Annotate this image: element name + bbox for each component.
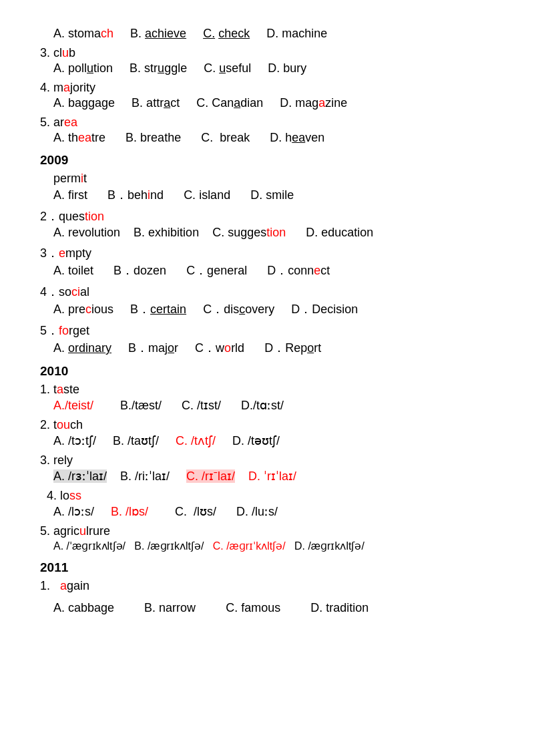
year-2010: 2010 — [40, 364, 494, 379]
answer-row-top: A. stomach B. achieve C. check D. machin… — [40, 27, 494, 41]
q5-agriculture: 5. agriculrure — [40, 524, 494, 538]
answer-row-social: A. precious B．certain C．discovery D．Deci… — [40, 301, 494, 317]
answer-row-rely: A. /rɜːˈlaɪ/ B. /riːˈlaɪ/ C. /rɪˉlaɪ/ D.… — [40, 469, 494, 484]
q3-club: 3. club — [40, 46, 494, 60]
answer-row-forget: A. ordinary B．major C．world D．Report — [40, 340, 494, 356]
q-permit: permit — [40, 172, 494, 186]
option-d: D. machine — [266, 27, 327, 40]
year-2011: 2011 — [40, 560, 494, 575]
answer-row-loss: A. /lɔːs/ B. /lɒs/ C. /lʊs/ D. /luːs/ — [40, 504, 494, 519]
q3-empty: 3．empty — [40, 245, 494, 261]
answer-row-permit: A. first B．behind C. island D. smile — [40, 187, 494, 203]
q1-taste: 1. taste — [40, 383, 494, 397]
answer-row-q5: A. theatre B. breathe C. break D. heaven — [40, 131, 494, 145]
q4-social: 4．social — [40, 284, 494, 300]
answer-row-touch: A. /tɔːtʃ/ B. /taʊtʃ/ C. /tʌtʃ/ D. /təʊt… — [40, 433, 494, 448]
answer-row-q4: A. baggage B. attract C. Canadian D. mag… — [40, 96, 494, 110]
year-2009: 2009 — [40, 153, 494, 168]
option-b: B. achieve — [130, 27, 186, 40]
answer-row-again: A. cabbage B. narrow C. famous D. tradit… — [40, 601, 494, 615]
answer-row-question: A. revolution B. exhibition C. suggestio… — [40, 226, 494, 240]
answer-row-empty: A. toilet B．dozen C．general D．connect — [40, 262, 494, 278]
option-a: A. stomach — [53, 27, 113, 40]
q4-majority: 4. majority — [40, 81, 494, 95]
q5-area: 5. area — [40, 116, 494, 130]
page-content: A. stomach B. achieve C. check D. machin… — [40, 27, 494, 615]
q1-again: 1. again — [40, 579, 494, 593]
q4-loss: 4. loss — [40, 489, 494, 503]
answer-row-taste: A./teist/ B./tæst/ C. /tɪst/ D./tɑːst/ — [40, 398, 494, 413]
answer-row-agriculture: A. /ˈæɡrɪkʌltʃə/ B. /æɡrɪkʌltʃə/ C. /æɡr… — [40, 540, 494, 552]
q5-forget: 5．forget — [40, 323, 494, 339]
option-c: C. check — [203, 27, 250, 40]
q3-rely: 3. rely — [40, 453, 494, 467]
q2-touch: 2. touch — [40, 418, 494, 432]
q2-question: 2．question — [40, 208, 494, 224]
answer-row-q3: A. pollution B. struggle C. useful D. bu… — [40, 61, 494, 75]
